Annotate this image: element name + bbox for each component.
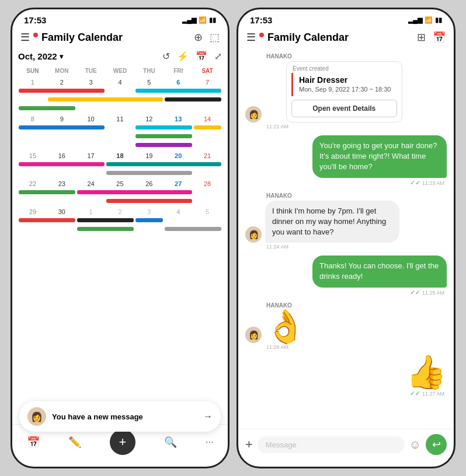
tab-more[interactable]: ···: [206, 437, 213, 447]
emoji-picker-icon[interactable]: ☺: [409, 438, 421, 452]
week-2: 8 9 10 11 12 13 14: [18, 114, 222, 124]
event-bar: [135, 134, 192, 138]
tab-add[interactable]: +: [110, 429, 135, 455]
tab-search[interactable]: 🔍: [164, 436, 177, 449]
day-16[interactable]: 16: [58, 151, 65, 160]
chevron-down-icon: ▾: [60, 52, 63, 61]
event-bar: [19, 162, 105, 166]
calendar-icon[interactable]: 📅: [196, 51, 207, 62]
notif-arrow-icon[interactable]: →: [203, 411, 213, 422]
event-bar: [135, 125, 192, 130]
day-15[interactable]: 15: [29, 151, 36, 160]
header-actions-2: ⊞ 📅: [417, 31, 446, 44]
event-bar: [194, 125, 221, 130]
notif-text: You have a new message: [52, 412, 197, 421]
filter-icon[interactable]: ⚡: [177, 51, 189, 62]
week-1-events-3: [18, 106, 222, 111]
day-2[interactable]: 2: [60, 78, 64, 87]
day-35[interactable]: 5: [206, 207, 209, 216]
day-3[interactable]: 3: [89, 78, 93, 87]
day-8[interactable]: 8: [31, 114, 34, 124]
msg-time-out2: ✓✓ 11:25 AM: [410, 289, 447, 296]
day-23[interactable]: 23: [58, 179, 65, 188]
chat-messages: HANAKO 👩 Event created Hair Dresser Mon,…: [238, 48, 454, 429]
status-bar-2: 17:53 ▂▄▆ 📶 ▮▮: [238, 9, 454, 29]
day-21[interactable]: 21: [204, 151, 211, 160]
day-5[interactable]: 5: [147, 78, 151, 87]
time-1: 17:53: [24, 15, 46, 25]
add-attachment-icon[interactable]: +: [245, 437, 253, 452]
emoji-ok: 👌: [265, 310, 306, 343]
chat-section: HANAKO 👩 Event created Hair Dresser Mon,…: [238, 48, 454, 467]
event-bar: [106, 199, 192, 203]
day-9[interactable]: 9: [60, 114, 64, 124]
header-actions-1: ⊕ ⬚: [194, 31, 220, 44]
day-34[interactable]: 4: [176, 207, 180, 216]
day-33[interactable]: 3: [147, 207, 151, 216]
day-25[interactable]: 25: [116, 179, 123, 188]
status-bar-1: 17:53 ▂▄▆ 📶 ▮▮: [12, 9, 228, 29]
day-17[interactable]: 17: [88, 151, 95, 160]
notification-bar[interactable]: 👩 You have a new message →: [19, 401, 221, 432]
day-4[interactable]: 4: [118, 78, 121, 87]
day-28[interactable]: 28: [204, 179, 211, 188]
day-13[interactable]: 13: [175, 114, 182, 124]
week-5-events-2: [18, 226, 222, 232]
event-bar: [19, 106, 75, 110]
day-14[interactable]: 14: [204, 114, 211, 124]
header-sat: SAT: [193, 66, 222, 75]
check-icon: ✓✓: [410, 179, 422, 186]
day-31[interactable]: 1: [89, 207, 93, 216]
day-30[interactable]: 30: [58, 207, 65, 216]
message-input[interactable]: Message: [258, 436, 405, 453]
day-18[interactable]: 18: [116, 151, 123, 160]
day-6[interactable]: 6: [176, 78, 180, 87]
day-1[interactable]: 1: [31, 78, 34, 87]
day-12[interactable]: 12: [145, 114, 152, 124]
calendar-phone: 17:53 ▂▄▆ 📶 ▮▮ ☰ Family Calendar ⊕ ⬚ Oct…: [11, 8, 229, 468]
day-22[interactable]: 22: [29, 179, 36, 188]
day-26[interactable]: 26: [145, 179, 152, 188]
week-3-events-1: [18, 162, 222, 167]
calendar-section: Oct, 2022 ▾ ↺ ⚡ 📅 ⤢ SUN MON TUE WED: [12, 48, 228, 424]
header-tue: TUE: [76, 66, 106, 75]
event-card: Event created Hair Dresser Mon, Sep 9, 2…: [286, 61, 402, 123]
day-10[interactable]: 10: [88, 114, 95, 124]
star-icon[interactable]: ⊕: [194, 31, 203, 44]
day-19[interactable]: 19: [145, 151, 152, 160]
day-32[interactable]: 2: [118, 207, 121, 216]
day-29[interactable]: 29: [29, 207, 36, 216]
day-20[interactable]: 20: [175, 151, 182, 160]
event-bar: [19, 218, 75, 222]
day-27[interactable]: 27: [175, 179, 182, 188]
event-bar: [165, 227, 221, 231]
check-icon-2: ✓✓: [410, 289, 422, 296]
contact-icon[interactable]: ⊞: [417, 31, 426, 44]
msg-row-emoji1: 👩 👌: [245, 310, 306, 343]
header-sun: SUN: [18, 66, 47, 75]
week-4-events-2: [18, 198, 222, 204]
send-button[interactable]: ↩: [426, 434, 447, 455]
calendar-icon-2[interactable]: 📅: [433, 31, 446, 44]
day-7[interactable]: 7: [206, 78, 209, 87]
app-header-1: ☰ Family Calendar ⊕ ⬚: [12, 29, 228, 48]
open-event-btn[interactable]: Open event Details: [291, 100, 397, 117]
month-label[interactable]: Oct, 2022 ▾: [18, 51, 63, 61]
event-bar: [19, 89, 105, 93]
expand-icon[interactable]: ⤢: [214, 51, 222, 62]
msg-time-in1: 11:24 AM: [245, 244, 288, 250]
header-fri: FRI: [164, 66, 193, 75]
share-icon[interactable]: ⬚: [210, 31, 220, 44]
event-bar: [77, 190, 192, 194]
day-24[interactable]: 24: [88, 179, 95, 188]
tab-edit[interactable]: ✏️: [68, 436, 81, 449]
menu-icon[interactable]: ☰: [20, 31, 30, 44]
menu-icon-2[interactable]: ☰: [246, 31, 256, 44]
tab-calendar[interactable]: 📅: [27, 436, 40, 449]
sender-name-hanako: HANAKO: [266, 53, 292, 60]
event-bar: [77, 227, 134, 231]
calendar-grid: SUN MON TUE WED THU FRI SAT 1 2 3 4 5 6 …: [18, 66, 222, 235]
day-11[interactable]: 11: [116, 114, 123, 124]
notif-avatar: 👩: [27, 407, 46, 426]
undo-icon[interactable]: ↺: [162, 51, 170, 62]
